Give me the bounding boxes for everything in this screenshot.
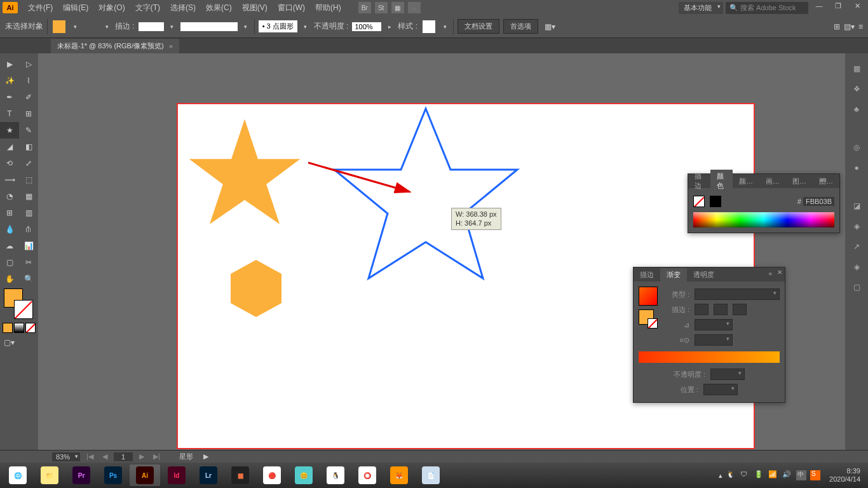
direct-selection-tool[interactable]: ▷ [19, 56, 38, 72]
perspective-tool[interactable]: ▦ [19, 188, 38, 205]
menu-help[interactable]: 帮助(H) [310, 0, 346, 15]
artboard-number[interactable]: 1 [114, 452, 133, 461]
color-spectrum[interactable] [693, 212, 834, 227]
lasso-tool[interactable]: ⌇ [19, 72, 38, 89]
color-panel-tab-3[interactable]: 画… [759, 175, 786, 188]
gradient-preview[interactable] [639, 287, 658, 306]
grad-stroke-swatch[interactable] [648, 318, 658, 329]
graph-tool[interactable]: 📊 [19, 238, 38, 254]
stroke-dropdown[interactable]: ▾ [102, 24, 111, 30]
symbols-panel-icon[interactable]: ↗ [849, 239, 864, 254]
close-button[interactable]: ✕ [849, 2, 865, 13]
shape-builder-tool[interactable]: ◔ [0, 188, 19, 205]
document-tab[interactable]: 未标题-1* @ 83% (RGB/像素预览) × [51, 39, 179, 53]
stroke-width-input[interactable] [139, 22, 164, 31]
orange-star-shape[interactable] [184, 113, 305, 234]
hex-value[interactable]: FBB03B [803, 197, 834, 206]
color-panel-tab-1[interactable]: 颜色 [710, 170, 733, 193]
gradient-type-select[interactable] [695, 288, 780, 300]
stroke-width-dd[interactable]: ▾ [168, 24, 177, 30]
color-panel-tab-2[interactable]: 颜… [733, 175, 759, 188]
taskbar-app-indesign[interactable]: Id [161, 464, 192, 486]
taskbar-app-photoshop[interactable]: Ps [98, 464, 128, 486]
profile-input[interactable] [180, 22, 238, 31]
rotate-tool[interactable]: ⟲ [0, 155, 19, 172]
document-setup-button[interactable]: 文档设置 [458, 19, 499, 34]
style-swatch[interactable] [421, 19, 437, 34]
workspace-switcher[interactable]: 基本功能 [679, 2, 723, 14]
align-panel-icon[interactable]: ▤▾ [844, 22, 855, 31]
search-stock-input[interactable]: 🔍 搜索 Adobe Stock [726, 2, 808, 14]
stroke-grad-1[interactable] [695, 304, 709, 315]
maximize-button[interactable]: ❐ [830, 2, 846, 13]
gpu-icon[interactable]: ⬨ [408, 2, 421, 13]
menu-effect[interactable]: 效果(C) [201, 0, 237, 15]
gradient-opacity-input[interactable] [710, 369, 745, 380]
brushes-panel-icon[interactable]: ♣ [849, 102, 864, 117]
gradient-panel-tab-0[interactable]: 描边 [634, 268, 660, 281]
taskbar-app-explorer[interactable]: 📁 [34, 464, 65, 486]
taskbar-app-chrome[interactable]: ⭕ [352, 464, 383, 486]
color-fill-none[interactable] [693, 196, 705, 207]
menu-select[interactable]: 选择(S) [165, 0, 201, 15]
gradient-mode-btn[interactable] [14, 323, 24, 333]
mesh-tool[interactable]: ⊞ [0, 205, 19, 221]
menu-object[interactable]: 对象(O) [93, 0, 130, 15]
shaper-tool[interactable]: ◢ [0, 139, 19, 155]
color-panel-tab-4[interactable]: 图… [786, 175, 813, 188]
scale-tool[interactable]: ⤢ [19, 155, 38, 172]
arrange-icon[interactable]: ▦ [391, 2, 404, 13]
tray-battery-icon[interactable]: 🔋 [754, 470, 764, 480]
panel-menu-icon[interactable]: ≡ [858, 22, 863, 31]
gradient-panel-tab-1[interactable]: 渐变 [660, 268, 687, 281]
artboard-tool[interactable]: ▢ [0, 254, 19, 271]
menu-view[interactable]: 视图(V) [237, 0, 273, 15]
swatches-panel-icon[interactable]: ◈ [849, 219, 864, 234]
tray-volume-icon[interactable]: 🔊 [782, 470, 792, 480]
menu-edit[interactable]: 编辑(E) [58, 0, 93, 15]
line-tool[interactable]: ⊞ [19, 105, 38, 122]
eraser-tool[interactable]: ◧ [19, 139, 38, 155]
eyedropper-tool[interactable]: 💧 [0, 221, 19, 238]
type-tool[interactable]: T [0, 105, 19, 122]
tray-shield-icon[interactable]: 🛡 [740, 470, 750, 480]
orange-hexagon-shape[interactable] [224, 257, 288, 320]
taskbar-app-misc1[interactable]: ▦ [225, 464, 255, 486]
tab-close-icon[interactable]: × [169, 43, 173, 50]
artboards-panel-icon[interactable]: ▢ [849, 280, 864, 295]
preferences-button[interactable]: 首选项 [503, 19, 538, 34]
gradient-angle-input[interactable] [695, 319, 733, 330]
color-black[interactable] [710, 196, 721, 207]
menu-window[interactable]: 窗口(W) [273, 0, 310, 15]
appearance-panel-icon[interactable]: ● [849, 160, 864, 175]
style-dd[interactable]: ▾ [440, 24, 449, 30]
gradient-tool[interactable]: ▥ [19, 205, 38, 221]
transform-icon[interactable]: ⊞ [834, 22, 840, 31]
taskbar-app-misc2[interactable]: 🔴 [257, 464, 287, 486]
stroke-indicator[interactable] [14, 300, 33, 319]
selection-tool[interactable]: ▶ [0, 56, 19, 72]
taskbar-app-premiere[interactable]: Pr [66, 464, 97, 486]
profile-dd[interactable]: ▾ [241, 24, 250, 30]
system-clock[interactable]: 8:39 2020/4/14 [824, 467, 865, 484]
gradient-panel[interactable]: 描边 渐变 透明度 « ✕ 类型 : 描边 : ⊿ [633, 267, 785, 403]
pen-tool[interactable]: ✒ [0, 89, 19, 105]
curvature-tool[interactable]: ✐ [19, 89, 38, 105]
blend-tool[interactable]: ⫛ [19, 221, 38, 238]
taskbar-app-illustrator[interactable]: Ai [130, 464, 160, 486]
gradient-slider[interactable] [639, 351, 780, 363]
fill-swatch[interactable] [51, 19, 67, 34]
gradient-panel-close[interactable]: ✕ [777, 269, 782, 276]
color-panel[interactable]: 描边 颜色 颜… 画… 图… 图… »≡ # FBB03B [688, 173, 840, 233]
none-mode-btn[interactable] [25, 323, 36, 333]
color-mode-btn[interactable] [3, 323, 13, 333]
gradient-ratio-input[interactable] [695, 334, 733, 346]
minimize-button[interactable]: — [811, 2, 827, 13]
bridge-icon[interactable]: Br [358, 2, 371, 13]
fill-dropdown[interactable]: ▾ [71, 24, 79, 30]
stroke-grad-3[interactable] [733, 304, 747, 315]
hand-tool[interactable]: ✋ [0, 271, 19, 287]
zoom-level[interactable]: 83% [52, 452, 80, 461]
menu-type[interactable]: 文字(T) [130, 0, 165, 15]
zoom-tool[interactable]: 🔍 [19, 271, 38, 287]
